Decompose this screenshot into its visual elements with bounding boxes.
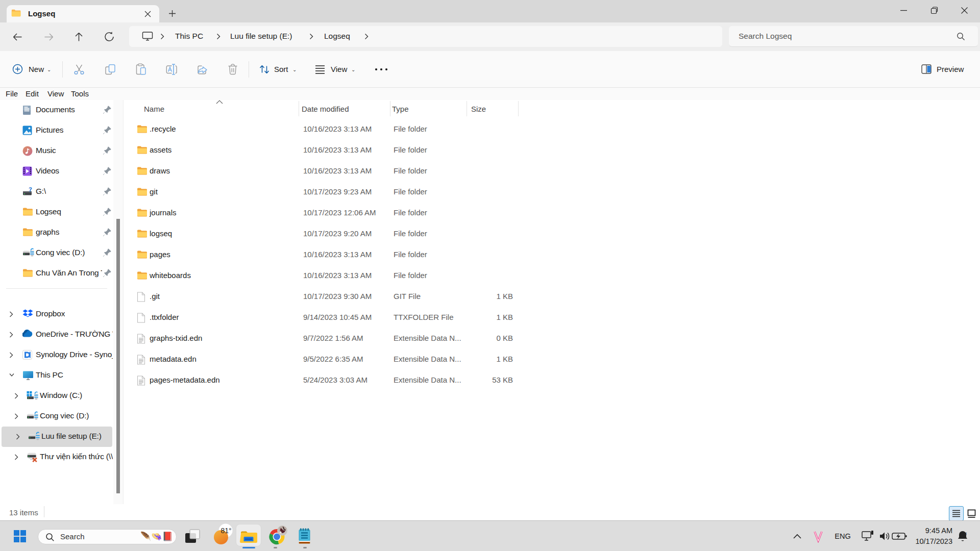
- svg-text:z: z: [965, 531, 967, 536]
- svg-text:81°: 81°: [220, 527, 231, 535]
